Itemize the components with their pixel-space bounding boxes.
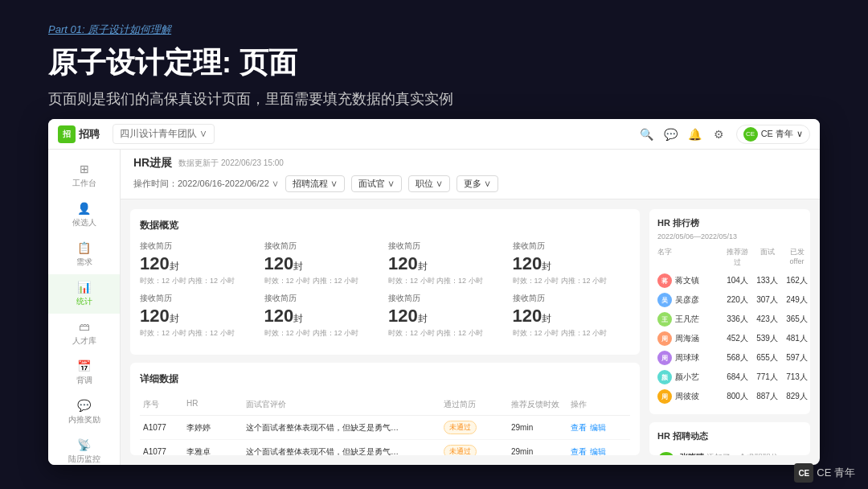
rank-interview: 771人 xyxy=(753,372,781,383)
stat-value-2: 120封 xyxy=(264,253,383,274)
sidebar-item-candidates[interactable]: 👤 候选人 xyxy=(48,195,120,235)
background-icon: 📅 xyxy=(77,360,91,372)
message-icon[interactable]: 💬 xyxy=(664,127,678,142)
stat-sub-5: 时效：12 小时 内推：12 小时 xyxy=(140,328,258,339)
bell-icon[interactable]: 🔔 xyxy=(688,127,702,142)
ranking-user: 周 周球球 xyxy=(657,351,722,365)
td-time: 29min xyxy=(511,423,567,432)
right-panel: HR 排行榜 2022/05/06—2022/05/13 名字 推荐游过 面试 … xyxy=(649,209,810,455)
demands-icon: 📋 xyxy=(77,241,91,254)
filter-date-label: 操作时间：2022/06/16-2022/06/22 ∨ xyxy=(133,178,279,190)
filter-pipeline[interactable]: 招聘流程 ∨ xyxy=(285,175,345,192)
rank-name: 周彼彼 xyxy=(675,391,699,402)
edit-link[interactable]: 编辑 xyxy=(590,422,606,434)
rank-interview: 423人 xyxy=(753,314,781,325)
sidebar-item-talent[interactable]: 🗃 人才库 xyxy=(48,314,120,353)
user-avatar: CE xyxy=(743,127,758,142)
th-pass: 通过简历 xyxy=(444,399,508,410)
main-content: 数据概览 接收简历 120封 时效：12 小时 内推：12 小时 接收简历 12… xyxy=(121,199,820,465)
logo-icon: 招 xyxy=(58,125,76,143)
stat-value-3: 120封 xyxy=(388,253,506,274)
sidebar-item-demands[interactable]: 📋 需求 xyxy=(48,235,120,274)
stat-item-1: 接收简历 120封 时效：12 小时 内推：12 小时 xyxy=(140,240,258,286)
filter-interviewer[interactable]: 面试官 ∨ xyxy=(351,175,402,192)
mockup-container: 招 招聘 四川设计青年团队 ∨ 🔍 💬 🔔 ⚙ CE CE 青年 ∨ xyxy=(48,119,820,465)
monitor-icon: 📡 xyxy=(77,438,91,451)
ranking-user: 颜 颜小艺 xyxy=(657,370,722,384)
th-hr: HR xyxy=(186,399,243,410)
sidebar-label-candidates: 候选人 xyxy=(72,217,96,228)
filter-position[interactable]: 职位 ∨ xyxy=(408,175,450,192)
stat-label-3: 接收简历 xyxy=(388,240,506,252)
sidebar-item-background[interactable]: 📅 背调 xyxy=(48,353,120,392)
settings-icon[interactable]: ⚙ xyxy=(712,127,727,142)
filter-more[interactable]: 更多 ∨ xyxy=(457,175,498,192)
td-id: A1077 xyxy=(143,447,183,455)
stat-value-6: 120封 xyxy=(264,306,383,327)
rank-avatar: 吴 xyxy=(657,293,672,307)
stat-label-1: 接收简历 xyxy=(140,240,258,252)
td-actions: 查看编辑 xyxy=(571,446,627,456)
user-badge[interactable]: CE CE 青年 ∨ xyxy=(736,125,810,144)
rank-recommend: 104人 xyxy=(723,275,751,286)
stat-label-4: 接收简历 xyxy=(513,240,631,252)
edit-link[interactable]: 编辑 xyxy=(590,446,606,456)
view-link[interactable]: 查看 xyxy=(571,422,587,434)
stat-value-7: 120封 xyxy=(388,306,506,327)
sidebar-label-dashboard: 工作台 xyxy=(72,178,96,189)
rank-recommend: 452人 xyxy=(723,333,751,344)
search-icon[interactable]: 🔍 xyxy=(640,127,654,142)
activity-content: 张晓晴 添加了一个求职职位 UI/UX 设计师 15k-25k 四川设计艺集团有… xyxy=(680,452,802,455)
hr-ranking-date: 2022/05/06—2022/05/13 xyxy=(657,232,802,240)
rank-avatar: 周 xyxy=(657,389,672,404)
rank-offer: 597人 xyxy=(783,352,810,364)
stat-item-2: 接收简历 120封 时效：12 小时 内推：12 小时 xyxy=(264,240,383,286)
talent-icon: 🗃 xyxy=(79,320,90,333)
stat-label-2: 接收简历 xyxy=(264,240,383,252)
stat-item-6: 接收简历 120封 时效：12 小时 内推：12 小时 xyxy=(264,293,383,339)
dashboard-icon: ⊞ xyxy=(80,162,89,175)
view-link[interactable]: 查看 xyxy=(571,446,587,456)
rank-offer: 162人 xyxy=(783,275,810,286)
update-info: 数据更新于 2022/06/23 15:00 xyxy=(178,158,284,169)
rank-offer: 481人 xyxy=(783,333,810,344)
stats-grid-row2: 接收简历 120封 时效：12 小时 内推：12 小时 接收简历 120封 时效… xyxy=(140,293,630,339)
hr-activity: HR 招聘动态 张 张晓晴 添加了一个求职职位 UI/UX 设计师 1 xyxy=(649,422,810,455)
table-header: 序号 HR 面试官评价 通过简历 推荐反馈时效 操作 xyxy=(140,394,630,416)
stats-icon: 📊 xyxy=(77,281,91,294)
sidebar-item-referral[interactable]: 💬 内推奖励 xyxy=(48,392,120,432)
td-comment: 这个面试者整体表现不错，但缺乏是勇气… xyxy=(246,422,440,434)
rh-name: 名字 xyxy=(657,247,722,268)
td-hr: 李婷婷 xyxy=(186,422,243,434)
content-area: HR进展 数据更新于 2022/06/23 15:00 操作时间：2022/06… xyxy=(121,150,820,465)
rank-avatar: 颜 xyxy=(657,370,672,384)
content-title: HR进展 xyxy=(133,156,172,171)
team-selector[interactable]: 四川设计青年团队 ∨ xyxy=(113,124,215,144)
stat-item-5: 接收简历 120封 时效：12 小时 内推：12 小时 xyxy=(140,293,258,339)
stat-sub-8: 时效：12 小时 内推：12 小时 xyxy=(513,328,631,339)
ranking-row: 蒋 蒋文镇 104人 133人 162人 191人 xyxy=(657,271,802,290)
sidebar-label-background: 背调 xyxy=(76,375,92,386)
activity-name: 张晓晴 添加了一个求职职位 xyxy=(680,452,802,455)
app-logo: 招 招聘 xyxy=(58,125,100,143)
stat-item-7: 接收简历 120封 时效：12 小时 内推：12 小时 xyxy=(388,293,506,339)
stat-label-7: 接收简历 xyxy=(388,293,506,304)
team-name: 四川设计青年团队 ∨ xyxy=(120,127,207,141)
rank-offer: 713人 xyxy=(783,372,810,383)
stat-value-4: 120封 xyxy=(513,253,631,274)
stat-value-8: 120封 xyxy=(513,306,631,327)
rank-name: 王凡茫 xyxy=(675,314,699,325)
rh-offer: 已发offer xyxy=(783,247,810,268)
th-time: 推荐反馈时效 xyxy=(511,399,567,410)
rank-interview: 307人 xyxy=(753,294,781,306)
sidebar-item-dashboard[interactable]: ⊞ 工作台 xyxy=(48,156,120,195)
content-header: HR进展 数据更新于 2022/06/23 15:00 操作时间：2022/06… xyxy=(121,150,820,199)
rank-name: 颜小艺 xyxy=(675,372,699,383)
table-row: A1077 李雅卓 这个面试者整体表现不错，但缺乏是勇气… 未通过 29min … xyxy=(140,440,630,455)
stat-label-6: 接收简历 xyxy=(264,293,383,304)
sidebar-item-monitor[interactable]: 📡 陆历监控 xyxy=(48,432,120,465)
rank-recommend: 800人 xyxy=(723,391,751,402)
ranking-row: 周 周海涵 452人 539人 481人 510人 xyxy=(657,329,802,348)
rank-offer: 249人 xyxy=(783,294,810,306)
sidebar-item-stats[interactable]: 📊 统计 xyxy=(48,274,120,314)
